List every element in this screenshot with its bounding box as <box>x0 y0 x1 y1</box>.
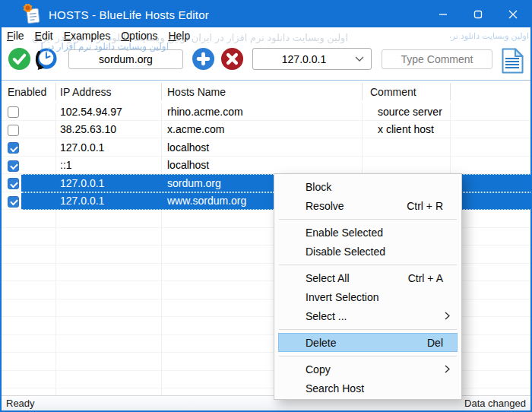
column-header-comment[interactable]: Comment <box>362 86 530 98</box>
enabled-checkbox[interactable] <box>8 142 19 154</box>
minimize-button[interactable] <box>426 2 461 27</box>
ip-select-value: 127.0.0.1 <box>253 53 355 65</box>
ip-cell: ::1 <box>55 159 161 171</box>
table-row[interactable]: 102.54.94.97 rhino.acme.com source serve… <box>2 103 530 121</box>
menu-separator <box>279 329 457 330</box>
ip-cell: 127.0.0.1 <box>55 195 161 207</box>
column-header-ip[interactable]: IP Address <box>55 86 161 98</box>
submenu-arrow-icon <box>445 365 450 373</box>
app-window: HOSTS - BlueLife Hosts Editor File Edit … <box>0 0 532 412</box>
menu-file[interactable]: File <box>7 30 24 42</box>
comment-cell: source server <box>362 106 530 118</box>
menu-help[interactable]: Help <box>168 30 190 42</box>
app-icon <box>22 4 42 25</box>
chevron-down-icon <box>355 56 364 62</box>
ip-address-select[interactable]: 127.0.0.1 <box>252 48 372 70</box>
menu-edit[interactable]: Edit <box>35 30 53 42</box>
menu-item-delete[interactable]: Delete Del <box>278 333 458 352</box>
delete-x-icon[interactable] <box>220 47 244 71</box>
context-menu: Block Resolve Ctrl + R Enable Selected D… <box>274 173 462 400</box>
ip-cell: 38.25.63.10 <box>55 123 161 135</box>
ip-cell: 102.54.94.97 <box>55 106 161 118</box>
enabled-checkbox[interactable] <box>8 125 19 136</box>
host-cell: localhost <box>161 159 362 171</box>
enabled-checkbox[interactable] <box>8 106 19 118</box>
column-header-host[interactable]: Hosts Name <box>161 86 362 98</box>
ip-cell: 127.0.0.1 <box>55 177 161 189</box>
menu-options[interactable]: Options <box>121 30 157 42</box>
hosts-file-icon[interactable] <box>502 48 524 74</box>
ip-cell: 127.0.0.1 <box>55 141 161 154</box>
maximize-icon <box>473 10 483 19</box>
menu-separator <box>279 356 457 357</box>
apply-check-icon[interactable] <box>8 47 31 71</box>
table-row[interactable]: ::1 localhost <box>2 157 530 175</box>
menu-item-copy[interactable]: Copy <box>278 360 458 379</box>
menu-item-enable-selected[interactable]: Enable Selected <box>278 223 458 242</box>
menu-item-select-submenu[interactable]: Select ... <box>278 306 458 325</box>
enabled-checkbox[interactable] <box>8 196 19 208</box>
add-plus-icon[interactable] <box>192 47 215 71</box>
host-cell: rhino.acme.com <box>161 106 362 118</box>
toolbar: 127.0.0.1 <box>2 44 530 81</box>
menu-bar: File Edit Examples Options Help <box>2 27 530 44</box>
restore-clock-icon[interactable] <box>33 47 58 71</box>
host-name-input[interactable] <box>68 49 183 69</box>
enabled-checkbox[interactable] <box>8 160 19 172</box>
maximize-button[interactable] <box>461 2 496 27</box>
host-cell: x.acme.com <box>161 123 362 135</box>
window-title: HOSTS - BlueLife Hosts Editor <box>49 8 209 21</box>
status-right: Data changed <box>464 398 526 409</box>
title-bar: HOSTS - BlueLife Hosts Editor <box>2 2 530 27</box>
host-cell: localhost <box>161 141 362 154</box>
window-controls <box>426 2 530 27</box>
comment-input[interactable] <box>382 49 492 69</box>
column-header-enabled[interactable]: Enabled <box>2 86 55 98</box>
submenu-arrow-icon <box>445 312 450 320</box>
minimize-icon <box>439 10 448 19</box>
menu-item-disable-selected[interactable]: Disable Selected <box>278 242 458 261</box>
menu-separator <box>279 265 457 265</box>
menu-item-resolve[interactable]: Resolve Ctrl + R <box>278 196 458 215</box>
menu-item-search-host[interactable]: Search Host <box>278 379 458 398</box>
close-button[interactable] <box>496 2 530 27</box>
enabled-checkbox[interactable] <box>8 178 19 189</box>
menu-item-invert-selection[interactable]: Invert Selection <box>278 287 458 306</box>
menu-examples[interactable]: Examples <box>64 30 110 42</box>
menu-item-select-all[interactable]: Select All Ctrl + A <box>278 268 458 287</box>
close-icon <box>508 10 518 19</box>
table-header: Enabled IP Address Hosts Name Comment <box>2 81 530 103</box>
status-left: Ready <box>6 398 35 409</box>
menu-separator <box>279 219 457 220</box>
comment-cell: x client host <box>362 123 530 135</box>
table-row[interactable]: 127.0.0.1 localhost <box>2 138 530 157</box>
table-row[interactable]: 38.25.63.10 x.acme.com x client host <box>2 121 530 139</box>
menu-item-block[interactable]: Block <box>278 177 458 196</box>
